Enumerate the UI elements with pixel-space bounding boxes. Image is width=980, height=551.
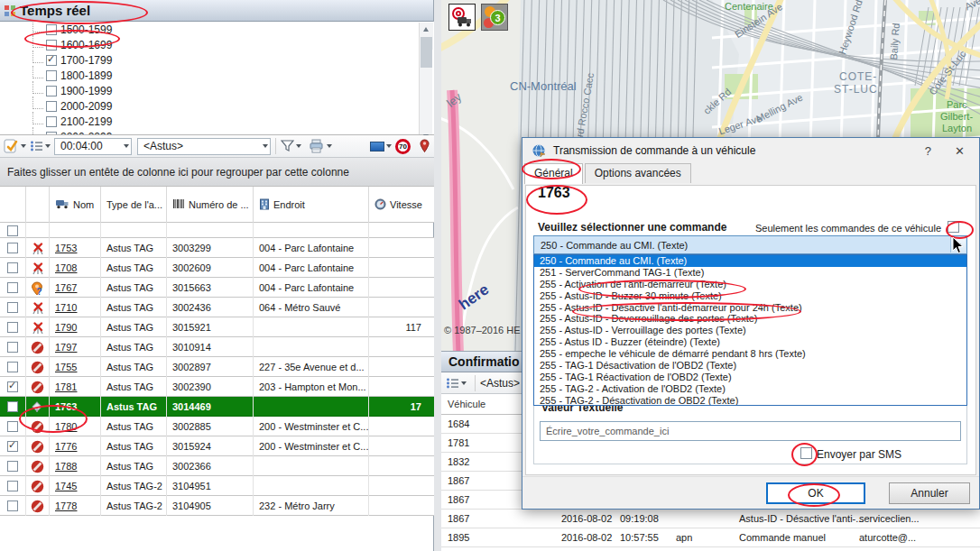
confirm-col-vehicule[interactable]: Véhicule	[441, 399, 485, 409]
row-checkbox[interactable]	[7, 421, 18, 432]
vehicle-row[interactable]: 1755Astus TAG3002897227 - 35e Avenue et …	[0, 357, 434, 377]
vehicle-name-link[interactable]: 1708	[55, 262, 77, 273]
dialog-help-button[interactable]: ?	[925, 144, 931, 158]
row-checkbox[interactable]	[7, 381, 18, 392]
command-list-item[interactable]: 255 - Astus-ID - Désactive l'anti-démarr…	[534, 302, 966, 314]
ok-button[interactable]: OK	[766, 482, 865, 504]
vehicle-name-link[interactable]: 1788	[55, 461, 77, 472]
command-list-item[interactable]: 255 - TAG-1 Désactivation de l'OBD2 (Tex…	[534, 360, 966, 372]
command-list-item[interactable]: 255 - Astus-ID - Deverrouillage des port…	[534, 313, 966, 325]
filter-dropdown-icon[interactable]	[296, 144, 301, 148]
group-by-bar[interactable]: Faites glisser un entête de colonne ici …	[0, 158, 434, 187]
source-filter-combo[interactable]: <Astus>	[137, 138, 271, 155]
filter-icon[interactable]	[281, 140, 294, 152]
command-list-item[interactable]: 255 - Astus ID - Buzzer (éteindre) (Text…	[534, 336, 966, 348]
vehicle-row[interactable]: 1753Astus TAG3003299004 - Parc Lafontain…	[0, 238, 434, 258]
tree-item-checkbox[interactable]	[46, 70, 57, 81]
row-checkbox[interactable]	[7, 481, 18, 491]
select-all-checkbox[interactable]	[7, 225, 18, 236]
refresh-interval-combo[interactable]: 00:04:00	[54, 138, 132, 155]
tree-item-checkbox[interactable]	[46, 24, 57, 35]
vehicle-row[interactable]: 1797Astus TAG3010914	[0, 337, 434, 357]
list-options-icon[interactable]	[30, 140, 43, 152]
vehicle-row[interactable]: 1763Astus TAG301446917	[0, 397, 434, 417]
vehicle-row[interactable]: 1778Astus TAG-23104905232 - Métro Jarry	[0, 496, 434, 516]
column-header-vitesse[interactable]: Vitesse	[368, 187, 434, 223]
print-dropdown-icon[interactable]	[327, 144, 332, 148]
vehicle-name-link[interactable]: 1781	[55, 381, 77, 392]
command-list-item[interactable]: 255 - empeche le véhicule de démarré pen…	[534, 348, 966, 360]
follow-vehicle-button[interactable]	[448, 4, 476, 31]
vehicle-row[interactable]: 1780Astus TAG3002885200 - Westminster et…	[0, 417, 434, 436]
confirm-list-options-icon[interactable]	[446, 377, 459, 390]
vehicle-name-link[interactable]: 1797	[55, 342, 77, 353]
vehicle-name-link[interactable]: 1753	[55, 243, 77, 253]
command-combobox[interactable]: 250 - Commande au CMI. (Texte)	[533, 235, 967, 254]
print-icon[interactable]	[309, 139, 325, 153]
row-checkbox[interactable]	[7, 401, 18, 412]
vehicle-row[interactable]: 1790Astus TAG3015921117	[0, 317, 434, 337]
vehicle-name-link[interactable]: 1763	[55, 401, 77, 412]
row-checkbox[interactable]	[7, 461, 18, 472]
send-command-dropdown-icon[interactable]	[21, 144, 26, 148]
command-text-input[interactable]: Écrire_votre_commande_ici	[540, 421, 961, 441]
vehicle-name-link[interactable]: 1778	[55, 500, 77, 511]
command-list-item[interactable]: 255 - Astus-ID - Buzzer 30 minute (Texte…	[534, 290, 966, 302]
list-options-dropdown-icon[interactable]	[45, 144, 51, 148]
scroll-up-icon[interactable]	[420, 23, 433, 36]
tree-item-checkbox[interactable]	[46, 116, 57, 127]
vehicle-row[interactable]: 1745Astus TAG-23104951	[0, 476, 434, 496]
command-list-item[interactable]: 251 - ServerCommand TAG-1 (Texte)	[534, 267, 966, 279]
scrollbar-thumb[interactable]	[421, 37, 432, 68]
row-checkbox[interactable]	[7, 342, 18, 353]
vehicle-name-link[interactable]: 1710	[55, 302, 77, 313]
send-sms-checkbox[interactable]	[800, 447, 812, 459]
row-checkbox[interactable]	[7, 322, 18, 333]
tree-item[interactable]: 2000-2099	[0, 98, 434, 114]
dialog-titlebar[interactable]: Transmission de commande à un véhicule ?…	[522, 138, 979, 163]
cancel-button[interactable]: Annuler	[889, 482, 970, 504]
command-list-item[interactable]: 250 - Commande au CMI. (Texte)	[534, 255, 966, 267]
vehicle-row[interactable]: 1776Astus TAG3015924200 - Westminster et…	[0, 436, 434, 456]
command-list-item[interactable]: 255 - TAG-1 Réactivation de l'OBD2 (Text…	[534, 372, 966, 383]
send-command-icon[interactable]	[4, 139, 19, 153]
command-list-item[interactable]: 255 - TAG-2 - Désactivation de OBD2 (Tex…	[534, 395, 966, 406]
cluster-button[interactable]: 3	[481, 4, 508, 31]
row-checkbox[interactable]	[7, 362, 18, 372]
column-header-endroit[interactable]: Endroit	[253, 187, 368, 223]
vehicle-row[interactable]: 1708Astus TAG3002609004 - Parc Lafontain…	[0, 258, 434, 278]
tab-options-avancees[interactable]: Options avancées	[585, 163, 691, 183]
vehicle-row[interactable]: ?1767Astus TAG3015663004 - Parc Lafontai…	[0, 278, 434, 298]
command-list-item[interactable]: 255 - TAG-2 - Activation de l'OBD2 (Text…	[534, 383, 966, 395]
row-checkbox[interactable]	[7, 441, 18, 452]
only-vehicle-checkbox[interactable]	[948, 221, 959, 233]
tree-item[interactable]: 1700-1799	[0, 52, 434, 68]
vehicle-name-link[interactable]: 1755	[55, 362, 77, 372]
map-pin-icon[interactable]	[419, 139, 430, 153]
row-checkbox[interactable]	[7, 302, 18, 313]
vehicle-name-link[interactable]: 1745	[55, 481, 77, 491]
confirmation-row[interactable]: 18672016-08-0209:19:08Astus-ID - Désacti…	[441, 510, 980, 528]
vehicle-row[interactable]: 1788Astus TAG3002366	[0, 456, 434, 476]
combobox-arrow[interactable]	[950, 237, 966, 253]
row-checkbox[interactable]	[7, 243, 18, 253]
color-dropdown-icon[interactable]	[386, 144, 392, 148]
column-header-nom[interactable]: Nom	[49, 187, 100, 223]
confirm-list-dropdown-icon[interactable]	[461, 381, 467, 385]
vehicle-name-link[interactable]: 1767	[55, 282, 77, 293]
row-checkbox[interactable]	[7, 262, 18, 273]
tree-item[interactable]: 1500-1599	[0, 22, 434, 37]
confirm-source-value[interactable]: <Astus>	[480, 377, 520, 390]
tree-item[interactable]: 1900-1999	[0, 83, 434, 98]
row-checkbox[interactable]	[7, 500, 18, 511]
tree-item-checkbox[interactable]	[46, 86, 57, 96]
vehicle-name-link[interactable]: 1776	[55, 441, 77, 452]
tree-item[interactable]: 2200-2299	[0, 129, 434, 135]
vehicle-name-link[interactable]: 1790	[55, 322, 77, 333]
tree-item[interactable]: 1600-1699	[0, 37, 434, 52]
vehicle-row[interactable]: 1710Astus TAG3002436064 - Métro Sauvé	[0, 298, 434, 317]
tree-item[interactable]: 1800-1899	[0, 68, 434, 83]
vehicle-row[interactable]: 1781Astus TAG3002390203 - Hampton et Mon…	[0, 377, 434, 397]
speed-limit-icon[interactable]: 70	[395, 139, 411, 154]
tree-item[interactable]: 2100-2199	[0, 114, 434, 129]
